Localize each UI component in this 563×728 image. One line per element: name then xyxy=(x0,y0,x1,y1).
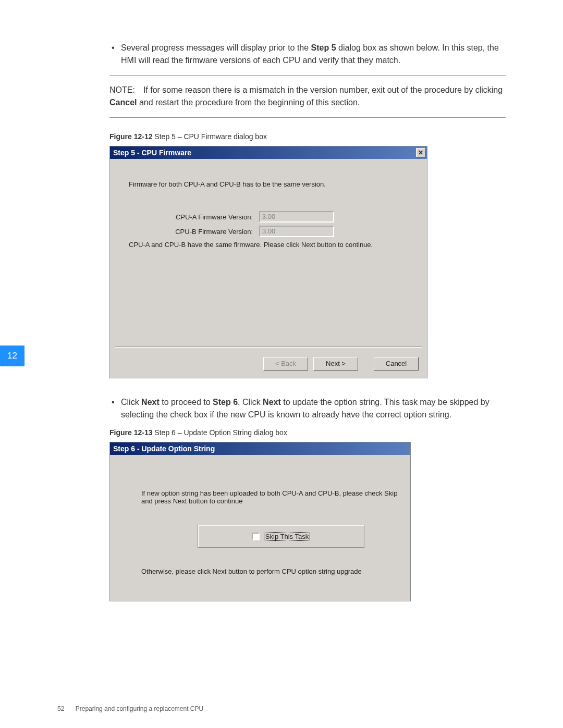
page-footer: 52 Preparing and configuring a replaceme… xyxy=(57,705,203,712)
text-fragment: . Click xyxy=(238,398,263,406)
figure-number: Figure 12-12 xyxy=(109,132,152,141)
bullet-item-step5: • Several progress messages will display… xyxy=(109,42,506,67)
dialog2-message-2: Otherwise, please click Next button to p… xyxy=(141,567,401,575)
dialog-step6-update-option-string: Step 6 - Update Option String If new opt… xyxy=(109,442,411,601)
cpu-a-version-row: CPU-A Firmware Version: 3.00 xyxy=(129,211,408,223)
bullet-dot-icon: • xyxy=(109,42,121,67)
cancel-button[interactable]: Cancel xyxy=(374,357,419,371)
button-separator xyxy=(115,347,422,348)
text-fragment: Click xyxy=(121,398,141,406)
close-button[interactable]: ✕ xyxy=(416,148,425,157)
cpu-a-version-field: 3.00 xyxy=(259,211,334,223)
figure-number: Figure 12-13 xyxy=(109,428,152,437)
figure-caption-12-13: Figure 12-13 Step 6 – Update Option Stri… xyxy=(109,428,506,437)
next-button[interactable]: Next > xyxy=(313,357,358,371)
bullet-item-step6: • Click Next to proceed to Step 6. Click… xyxy=(109,396,506,421)
separator-line xyxy=(109,117,506,118)
text-bold: Step 5 xyxy=(311,43,336,52)
bullet-dot-icon: • xyxy=(109,396,121,421)
skip-task-checkbox[interactable] xyxy=(252,533,260,540)
note-bold: Cancel xyxy=(109,98,137,107)
cpu-b-version-row: CPU-B Firmware Version: 3.00 xyxy=(129,226,408,237)
text-bold: Next xyxy=(263,398,281,406)
dialog-step5-cpu-firmware: Step 5 - CPU Firmware ✕ Firmware for bot… xyxy=(109,146,427,378)
dialog-message-1: Firmware for both CPU-A and CPU-B has to… xyxy=(129,180,408,189)
dialog-title: Step 6 - Update Option String xyxy=(113,445,215,453)
dialog-button-row: < Back Next > Cancel xyxy=(263,357,419,371)
figure-desc: Step 5 – CPU Firmware dialog box xyxy=(152,132,266,141)
note-text: NOTE: If for some reason there is a mism… xyxy=(109,85,503,94)
dialog-titlebar: Step 5 - CPU Firmware ✕ xyxy=(110,146,427,159)
text-bold: Step 6 xyxy=(213,398,238,406)
cpu-a-version-label: CPU-A Firmware Version: xyxy=(129,213,259,221)
note-text: and restart the procedure from the begin… xyxy=(137,98,360,107)
text-fragment: Several progress messages will display p… xyxy=(121,43,311,52)
skip-task-frame: Skip This Task xyxy=(198,525,364,548)
text-bold: Next xyxy=(141,398,160,406)
figure-caption-12-12: Figure 12-12 Step 5 – CPU Firmware dialo… xyxy=(109,132,506,141)
page-number: 52 xyxy=(57,705,64,712)
footer-text: Preparing and configuring a replacement … xyxy=(76,705,203,712)
cpu-b-version-label: CPU-B Firmware Version: xyxy=(129,228,259,236)
separator-line xyxy=(109,75,506,76)
back-button[interactable]: < Back xyxy=(263,357,308,371)
dialog-message-2: CPU-A and CPU-B have the same firmware. … xyxy=(129,240,408,250)
figure-desc: Step 6 – Update Option String dialog box xyxy=(152,428,287,437)
bullet-text: Several progress messages will display p… xyxy=(121,42,506,67)
cpu-b-version-field: 3.00 xyxy=(259,226,334,237)
dialog-titlebar: Step 6 - Update Option String xyxy=(110,442,410,455)
dialog-title: Step 5 - CPU Firmware xyxy=(113,149,191,157)
text-fragment: to proceed to xyxy=(160,398,213,406)
chapter-side-tab: 12 xyxy=(0,346,25,366)
bullet-text: Click Next to proceed to Step 6. Click N… xyxy=(121,396,506,421)
dialog2-message-1: If new option string has been uploaded t… xyxy=(141,489,401,505)
skip-task-label: Skip This Task xyxy=(264,532,310,541)
note-block: NOTE: If for some reason there is a mism… xyxy=(109,84,506,109)
